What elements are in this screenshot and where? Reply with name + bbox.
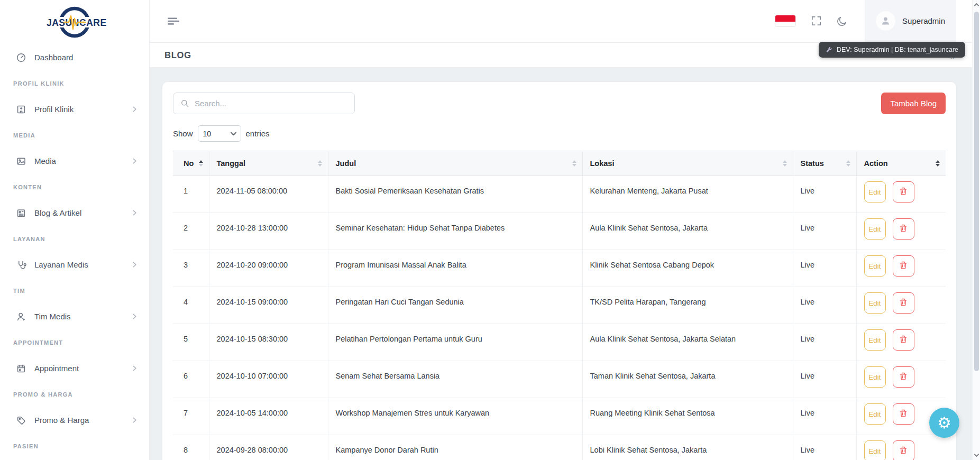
- table-row: 22024-10-28 13:00:00Seminar Kesehatan: H…: [173, 213, 946, 250]
- sidebar-item-tim-medis[interactable]: Tim Medis: [0, 303, 149, 329]
- menu-toggle-button[interactable]: [166, 15, 180, 27]
- cell-action: Edit: [856, 250, 946, 287]
- sidebar-item-appointment[interactable]: Appointment: [0, 355, 149, 381]
- show-label: Show: [173, 129, 193, 138]
- page-size-select[interactable]: 10: [198, 125, 241, 142]
- topbar-actions: Superadmin: [775, 0, 980, 42]
- delete-button[interactable]: [893, 440, 914, 460]
- cell-action: Edit: [856, 435, 946, 460]
- settings-fab-button[interactable]: ⚙: [929, 408, 959, 438]
- cell-no: 4: [173, 287, 209, 324]
- column-label: Action: [864, 159, 888, 168]
- cell-status: Live: [793, 361, 856, 398]
- dark-mode-toggle[interactable]: [836, 15, 848, 27]
- column-header-action[interactable]: Action: [856, 151, 946, 176]
- scroll-down-arrow[interactable]: [974, 453, 979, 457]
- table-row: 42024-10-15 09:00:00Peringatan Hari Cuci…: [173, 287, 946, 324]
- trash-icon: [899, 409, 908, 420]
- table-row: 62024-10-10 07:00:00Senam Sehat Bersama …: [173, 361, 946, 398]
- cell-no: 6: [173, 361, 209, 398]
- column-label: Tanggal: [217, 159, 246, 168]
- column-label: No: [184, 159, 194, 168]
- sidebar-item-blog-artikel[interactable]: Blog & Artikel: [0, 200, 149, 226]
- jasuncare-logo-icon: JASUN CARE: [41, 5, 108, 40]
- stethoscope-icon: [16, 260, 26, 270]
- sidebar-section-media: MEDIA: [0, 122, 149, 148]
- scroll-up-arrow[interactable]: [974, 3, 979, 7]
- cell-lokasi: Ruang Meeting Klinik Sehat Sentosa: [582, 398, 793, 435]
- sidebar-section-profil-klinik: PROFIL KLINIK: [0, 70, 149, 96]
- column-header-judul[interactable]: Judul: [328, 151, 582, 176]
- cell-status: Live: [793, 287, 856, 324]
- sidebar-item-profil-klinik[interactable]: Profil Klinik: [0, 96, 149, 122]
- column-header-no[interactable]: No: [173, 151, 209, 176]
- topbar: Superadmin: [150, 0, 980, 43]
- cell-no: 8: [173, 435, 209, 460]
- fullscreen-button[interactable]: [810, 15, 822, 27]
- cell-judul: Pelatihan Pertolongan Pertama untuk Guru: [328, 324, 582, 361]
- edit-button[interactable]: Edit: [864, 218, 886, 240]
- table-row: 72024-10-05 14:00:00Workshop Manajemen S…: [173, 398, 946, 435]
- edit-button[interactable]: Edit: [864, 292, 886, 314]
- sidebar-item-media[interactable]: Media: [0, 148, 149, 174]
- calendar-icon: [16, 363, 26, 374]
- delete-button[interactable]: [893, 218, 914, 240]
- delete-button[interactable]: [893, 366, 914, 388]
- delete-button[interactable]: [893, 329, 914, 351]
- edit-button[interactable]: Edit: [864, 255, 886, 277]
- edit-button[interactable]: Edit: [864, 403, 886, 425]
- sidebar-item-label: Layanan Medis: [34, 260, 131, 269]
- image-icon: [16, 156, 26, 167]
- sidebar-item-promo-harga[interactable]: Promo & Harga: [0, 407, 149, 433]
- chevron-right-icon: [131, 105, 139, 113]
- column-header-tanggal[interactable]: Tanggal: [209, 151, 328, 176]
- sidebar-item-label: Promo & Harga: [34, 416, 131, 425]
- table-row: 52024-10-15 08:30:00Pelatihan Pertolonga…: [173, 324, 946, 361]
- search-box: [173, 93, 355, 114]
- scrollbar-thumb[interactable]: [974, 12, 979, 371]
- column-header-lokasi[interactable]: Lokasi: [582, 151, 793, 176]
- cell-tanggal: 2024-10-05 14:00:00: [209, 398, 328, 435]
- cell-judul: Bakti Sosial Pemeriksaan Kesehatan Grati…: [328, 176, 582, 213]
- cell-tanggal: 2024-10-15 09:00:00: [209, 287, 328, 324]
- delete-button[interactable]: [893, 181, 914, 203]
- edit-button[interactable]: Edit: [864, 366, 886, 388]
- edit-button[interactable]: Edit: [864, 329, 886, 351]
- tambah-blog-button[interactable]: Tambah Blog: [881, 93, 946, 114]
- cell-lokasi: Klinik Sehat Sentosa Cabang Depok: [582, 250, 793, 287]
- search-input[interactable]: [195, 99, 347, 108]
- blog-table: NoTanggalJudulLokasiStatusAction 12024-1…: [173, 151, 946, 460]
- delete-button[interactable]: [893, 255, 914, 277]
- cell-lokasi: Aula Klinik Sehat Sentosa, Jakarta Selat…: [582, 324, 793, 361]
- cell-lokasi: Kelurahan Menteng, Jakarta Pusat: [582, 176, 793, 213]
- cell-tanggal: 2024-10-10 07:00:00: [209, 361, 328, 398]
- sort-arrows-icon: [936, 160, 940, 167]
- chevron-right-icon: [131, 209, 139, 217]
- dev-tooltip: DEV: Superadmin | DB: tenant_jasuncare: [819, 42, 965, 58]
- column-header-status[interactable]: Status: [793, 151, 856, 176]
- cell-status: Live: [793, 250, 856, 287]
- cell-action: Edit: [856, 287, 946, 324]
- search-icon: [180, 99, 189, 108]
- user-menu[interactable]: Superadmin: [865, 0, 956, 42]
- app-logo[interactable]: JASUN CARE: [0, 0, 149, 44]
- cell-tanggal: 2024-11-05 08:00:00: [209, 176, 328, 213]
- cell-judul: Program Imunisasi Massal Anak Balita: [328, 250, 582, 287]
- page-scrollbar[interactable]: [972, 0, 980, 460]
- sidebar-item-dashboard[interactable]: Dashboard: [0, 44, 149, 70]
- chevron-right-icon: [131, 416, 139, 424]
- cell-no: 7: [173, 398, 209, 435]
- edit-button[interactable]: Edit: [864, 440, 886, 460]
- language-flag-button[interactable]: [775, 15, 796, 27]
- sidebar-section-appointment: APPOINTMENT: [0, 329, 149, 355]
- delete-button[interactable]: [893, 292, 914, 314]
- cell-action: Edit: [856, 361, 946, 398]
- edit-button[interactable]: Edit: [864, 181, 886, 203]
- sort-arrows-icon: [199, 160, 203, 167]
- sidebar-section-tim: TIM: [0, 278, 149, 303]
- chevron-right-icon: [131, 261, 139, 269]
- sidebar-item-layanan-medis[interactable]: Layanan Medis: [0, 252, 149, 278]
- delete-button[interactable]: [893, 403, 914, 425]
- cell-status: Live: [793, 324, 856, 361]
- card-toolbar: Tambah Blog: [173, 93, 946, 114]
